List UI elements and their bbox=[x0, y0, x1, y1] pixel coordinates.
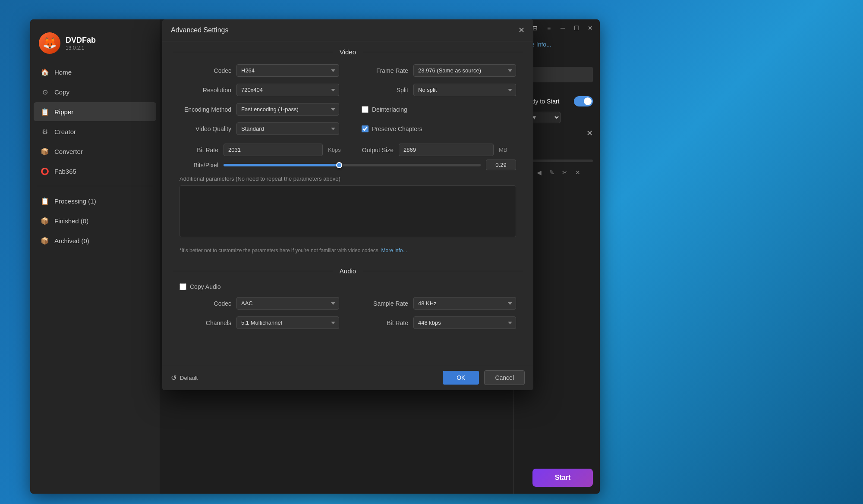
video-form-grid: Codec H264 Frame Rate 23.976 (Same as so… bbox=[162, 61, 533, 142]
channels-label: Channels bbox=[180, 319, 231, 326]
finished-icon: 📦 bbox=[41, 216, 49, 225]
scissors-button[interactable]: ✂ bbox=[560, 167, 570, 178]
sidebar-label-archived: Archived (0) bbox=[54, 237, 89, 244]
info-note-text: *It's better not to customize the parame… bbox=[180, 247, 380, 254]
sidebar-secondary-nav: 📋 Processing (1) 📦 Finished (0) 📦 Archiv… bbox=[30, 191, 160, 250]
sidebar-label-copy: Copy bbox=[54, 88, 69, 96]
sidebar-label-finished: Finished (0) bbox=[54, 217, 88, 225]
video-quality-row: Video Quality Standard bbox=[180, 122, 339, 135]
info-note: *It's better not to customize the parame… bbox=[162, 244, 533, 260]
dialog-titlebar: Advanced Settings ✕ bbox=[162, 19, 533, 41]
minimize-button[interactable]: ─ bbox=[557, 22, 569, 34]
audio-line-left bbox=[173, 271, 333, 271]
app-window: ⊟ ≡ ─ ☐ ✕ 🦊 DVDFab 13.0.2.1 🏠 Home ⊙ Cop… bbox=[30, 19, 600, 494]
delete-button[interactable]: ✕ bbox=[573, 167, 583, 178]
app-version: 13.0.2.1 bbox=[66, 45, 96, 51]
split-row: Split No split bbox=[356, 84, 516, 96]
bitrate-section: Bit Rate Kbps Output Size MB bbox=[162, 142, 533, 158]
preserve-chapters-checkbox[interactable] bbox=[362, 125, 369, 132]
sidebar: 🦊 DVDFab 13.0.2.1 🏠 Home ⊙ Copy 📋 Ripper… bbox=[30, 19, 160, 494]
bits-pixel-row: Bits/Pixel bbox=[162, 158, 533, 174]
video-quality-select[interactable]: Standard bbox=[236, 122, 339, 135]
split-label: Split bbox=[356, 87, 408, 94]
menu-button[interactable]: ≡ bbox=[543, 22, 555, 34]
audio-section-header: Audio bbox=[162, 260, 533, 280]
sidebar-item-home[interactable]: 🏠 Home bbox=[34, 63, 156, 81]
audio-section-title: Audio bbox=[340, 267, 356, 275]
sidebar-item-finished[interactable]: 📦 Finished (0) bbox=[34, 211, 156, 230]
edit-button[interactable]: ✎ bbox=[547, 167, 557, 178]
resolution-select[interactable]: 720x404 bbox=[236, 84, 339, 96]
sidebar-label-converter: Converter bbox=[54, 148, 83, 155]
sidebar-label-home: Home bbox=[54, 69, 72, 76]
sidebar-item-ripper[interactable]: 📋 Ripper bbox=[34, 102, 156, 121]
copy-icon: ⊙ bbox=[41, 88, 49, 96]
output-size-label: Output Size bbox=[350, 147, 394, 153]
additional-params-textarea[interactable] bbox=[180, 185, 516, 237]
advanced-settings-dialog: Advanced Settings ✕ Video Codec H264 bbox=[162, 19, 533, 390]
sidebar-item-archived[interactable]: 📦 Archived (0) bbox=[34, 231, 156, 250]
codec-row: Codec H264 bbox=[180, 64, 339, 77]
display-mode-button[interactable]: ⊟ bbox=[529, 22, 541, 34]
codec-select[interactable]: H264 bbox=[236, 64, 339, 77]
app-name: DVDFab bbox=[66, 36, 96, 45]
additional-params-label: Additional parameters (No need to repeat… bbox=[180, 175, 516, 182]
dialog-title: Advanced Settings bbox=[171, 26, 228, 34]
panel-close-x[interactable]: ✕ bbox=[586, 128, 593, 138]
encoding-method-label: Encoding Method bbox=[180, 106, 231, 113]
default-icon: ↺ bbox=[171, 374, 176, 382]
additional-params-section: Additional parameters (No need to repeat… bbox=[162, 174, 533, 244]
more-info-link-dialog[interactable]: More info... bbox=[381, 247, 407, 254]
cancel-button[interactable]: Cancel bbox=[484, 370, 525, 385]
close-app-button[interactable]: ✕ bbox=[584, 22, 596, 34]
channels-select[interactable]: 5.1 Multichannel bbox=[236, 316, 339, 329]
deinterlacing-checkbox-row: Deinterlacing bbox=[362, 106, 407, 113]
dialog-footer: ↺ Default OK Cancel bbox=[162, 365, 533, 390]
encoding-method-select[interactable]: Fast encoding (1-pass) bbox=[236, 103, 339, 116]
split-select[interactable]: No split bbox=[413, 84, 516, 96]
deinterlacing-checkbox[interactable] bbox=[362, 106, 369, 113]
processing-icon: 📋 bbox=[41, 197, 49, 205]
deinterlacing-label: Deinterlacing bbox=[372, 106, 407, 113]
creator-icon: ⚙ bbox=[41, 127, 49, 136]
sidebar-item-processing[interactable]: 📋 Processing (1) bbox=[34, 191, 156, 210]
app-logo: 🦊 DVDFab 13.0.2.1 bbox=[30, 28, 160, 63]
copy-audio-checkbox[interactable] bbox=[180, 283, 186, 290]
bits-pixel-label: Bits/Pixel bbox=[180, 162, 218, 169]
default-button[interactable]: ↺ Default bbox=[171, 374, 198, 382]
ready-toggle[interactable] bbox=[574, 96, 593, 106]
prev-button[interactable]: ◀ bbox=[534, 167, 544, 178]
frame-rate-row: Frame Rate 23.976 (Same as source) bbox=[356, 64, 516, 77]
audio-bit-rate-row: Bit Rate 448 kbps bbox=[356, 316, 516, 329]
sidebar-divider bbox=[37, 186, 153, 186]
audio-codec-row: Codec AAC bbox=[180, 297, 339, 310]
sidebar-label-fab365: Fab365 bbox=[54, 168, 76, 175]
logo-icon: 🦊 bbox=[39, 32, 60, 54]
preserve-chapters-checkbox-row: Preserve Chapters bbox=[362, 125, 422, 132]
ripper-icon: 📋 bbox=[41, 107, 49, 116]
frame-rate-select[interactable]: 23.976 (Same as source) bbox=[413, 64, 516, 77]
audio-line-right bbox=[363, 271, 523, 271]
sidebar-item-copy[interactable]: ⊙ Copy bbox=[34, 82, 156, 101]
sidebar-item-creator[interactable]: ⚙ Creator bbox=[34, 122, 156, 141]
sidebar-item-converter[interactable]: 📦 Converter bbox=[34, 142, 156, 161]
audio-codec-select[interactable]: AAC bbox=[236, 297, 339, 310]
bits-pixel-slider[interactable] bbox=[224, 164, 481, 166]
fab365-icon: ⭕ bbox=[41, 167, 49, 175]
bit-rate-unit: Kbps bbox=[328, 147, 345, 153]
archived-icon: 📦 bbox=[41, 236, 49, 245]
ok-button[interactable]: OK bbox=[443, 371, 479, 385]
home-icon: 🏠 bbox=[41, 68, 49, 76]
start-button[interactable]: Start bbox=[532, 469, 593, 487]
maximize-button[interactable]: ☐ bbox=[570, 22, 583, 34]
section-line-left bbox=[173, 52, 333, 52]
sample-rate-select[interactable]: 48 KHz bbox=[413, 297, 516, 310]
sample-rate-label: Sample Rate bbox=[356, 300, 408, 307]
bits-pixel-value[interactable] bbox=[486, 160, 516, 170]
sidebar-label-processing: Processing (1) bbox=[54, 197, 96, 205]
output-size-input[interactable] bbox=[399, 144, 494, 156]
sidebar-item-fab365[interactable]: ⭕ Fab365 bbox=[34, 162, 156, 181]
audio-bit-rate-select[interactable]: 448 kbps bbox=[413, 316, 516, 329]
bit-rate-input[interactable] bbox=[224, 144, 323, 156]
app-titlebar: ⊟ ≡ ─ ☐ ✕ bbox=[513, 19, 600, 37]
